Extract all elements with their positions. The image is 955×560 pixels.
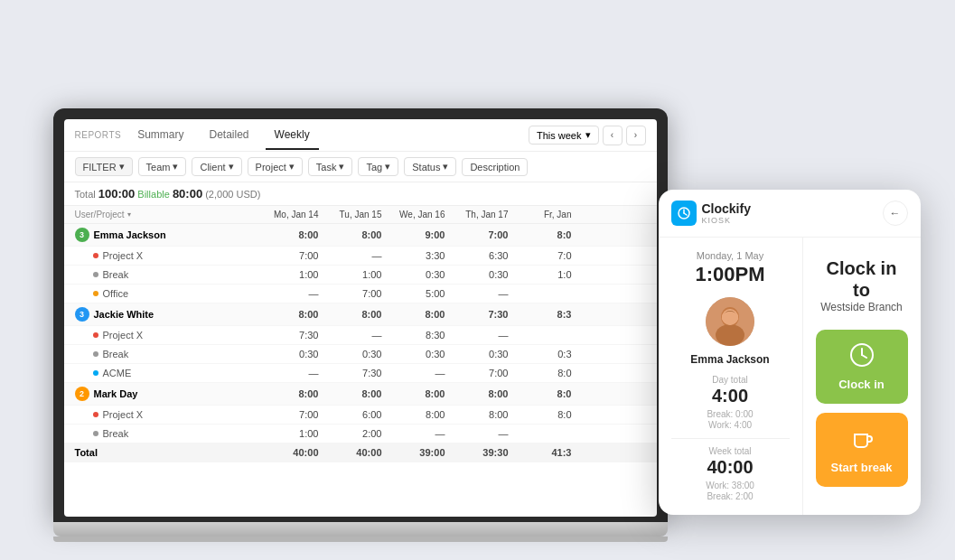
- start-break-label: Start break: [831, 461, 893, 474]
- table-row: 2 Mark Day 8:00 8:00 8:00 8:00 8:0: [64, 383, 657, 406]
- avatar-svg: [706, 297, 754, 346]
- clock-in-button[interactable]: Clock in: [816, 330, 908, 404]
- clockify-logo: Clockify KIOSK: [671, 201, 751, 226]
- clock-icon: [849, 342, 875, 372]
- reports-label: REPORTS: [75, 130, 122, 140]
- kiosk-time: 1:00PM: [695, 263, 764, 286]
- table-row: ACME — 7:30 — 7:00 8:0: [64, 364, 657, 383]
- day-total-value: 4:00: [671, 386, 790, 406]
- svg-line-2: [684, 213, 687, 215]
- kiosk-left-panel: Monday, 1 May 1:00PM Emma Jackson D: [659, 238, 803, 515]
- filter-button[interactable]: FILTER ▾: [75, 157, 133, 176]
- day-break-label: Break: 0:00: [671, 409, 790, 419]
- tab-detailed[interactable]: Detailed: [201, 121, 258, 150]
- clock-in-heading: Clock in to Westside Branch: [816, 250, 908, 321]
- table-row: Project X 7:00 — 3:30 6:30 7:0: [64, 247, 657, 266]
- col-thu: Th, Jan 17: [445, 210, 509, 219]
- col-wed: We, Jan 16: [382, 210, 445, 219]
- header-right: This week ▾ ‹ ›: [529, 126, 646, 145]
- cup-svg: [849, 425, 875, 451]
- cup-icon: [849, 425, 875, 455]
- total-label: Total: [75, 189, 98, 200]
- table-row: Office — 7:00 5:00 —: [64, 285, 657, 303]
- user-name-cell: 2 Mark Day: [75, 387, 256, 401]
- tag-filter[interactable]: Tag ▾: [358, 157, 398, 176]
- week-total-label: Week total: [671, 446, 790, 456]
- kiosk-tablet: Clockify KIOSK ← Monday, 1 May 1:00PM: [659, 190, 921, 515]
- kiosk-user-name: Emma Jackson: [690, 353, 769, 366]
- clock-svg: [849, 342, 875, 368]
- user-name-cell: 3 Jackie White: [75, 307, 256, 322]
- col-fri: Fr, Jan: [509, 210, 572, 219]
- day-total-label: Day total: [671, 375, 790, 385]
- table-body: 3 Emma Jackson 8:00 8:00 9:00 7:00 8:0 P…: [64, 224, 657, 517]
- user-name-cell: 3 Emma Jackson: [75, 228, 256, 242]
- billable-label: Billable: [137, 189, 173, 200]
- kiosk-date: Monday, 1 May: [697, 250, 763, 261]
- billable-value: 80:00: [173, 187, 202, 201]
- day-total-section: Day total 4:00 Break: 0:00 Work: 4:00: [671, 375, 790, 431]
- week-selector[interactable]: This week ▾: [529, 126, 599, 145]
- status-filter[interactable]: Status ▾: [404, 157, 456, 176]
- group-by[interactable]: User/Project ▾: [75, 210, 256, 219]
- scene: REPORTS Summary Detailed Weekly This wee…: [35, 18, 921, 542]
- total-value: 100:00: [98, 187, 135, 201]
- table-column-headers: User/Project ▾ Mo, Jan 14 Tu, Jan 15 We,…: [64, 206, 657, 224]
- logo-sub: KIOSK: [702, 216, 751, 225]
- table-row: 3 Jackie White 8:00 8:00 8:00 7:30 8:3: [64, 303, 657, 326]
- kiosk-body: Monday, 1 May 1:00PM Emma Jackson D: [659, 238, 921, 515]
- laptop: REPORTS Summary Detailed Weekly This wee…: [53, 108, 668, 542]
- tablet-header: Clockify KIOSK ←: [659, 190, 921, 238]
- client-filter[interactable]: Client ▾: [192, 157, 241, 176]
- week-work-label: Work: 38:00: [671, 481, 790, 490]
- clockify-logo-icon: [671, 201, 697, 226]
- project-filter[interactable]: Project ▾: [248, 157, 303, 176]
- laptop-foot: [53, 537, 668, 542]
- user-name: Jackie White: [94, 309, 154, 320]
- description-filter[interactable]: Description: [462, 158, 528, 176]
- nav-prev-button[interactable]: ‹: [603, 126, 623, 145]
- laptop-base: [53, 522, 668, 537]
- clock-in-title: Clock in to: [816, 257, 908, 301]
- app: REPORTS Summary Detailed Weekly This wee…: [64, 119, 657, 517]
- kiosk-right-panel: Clock in to Westside Branch Clock in: [803, 238, 921, 515]
- svg-line-9: [862, 355, 866, 358]
- back-button[interactable]: ←: [883, 201, 908, 226]
- col-tue: Tu, Jan 15: [319, 210, 382, 219]
- team-filter[interactable]: Team ▾: [138, 157, 187, 176]
- table-row: Break 1:00 2:00 — —: [64, 425, 657, 443]
- week-total-value: 40:00: [671, 457, 790, 478]
- user-name: Emma Jackson: [94, 229, 166, 240]
- user-badge: 2: [75, 387, 89, 401]
- billable-amount: (2,000 USD): [205, 189, 260, 200]
- col-mon: Mo, Jan 14: [256, 210, 319, 219]
- day-work-label: Work: 4:00: [671, 420, 790, 430]
- total-row: Total 40:00 40:00 39:00 39:30 41:3: [64, 443, 657, 462]
- tab-weekly[interactable]: Weekly: [266, 121, 319, 150]
- clock-in-branch: Westside Branch: [816, 301, 908, 313]
- week-break-label: Break: 2:00: [671, 491, 790, 501]
- toolbar: FILTER ▾ Team ▾ Client ▾ Project ▾ Task …: [64, 152, 657, 182]
- app-header: REPORTS Summary Detailed Weekly This wee…: [64, 119, 657, 152]
- laptop-screen-outer: REPORTS Summary Detailed Weekly This wee…: [53, 108, 668, 522]
- summary-bar: Total 100:00 Billable 80:00 (2,000 USD): [64, 182, 657, 206]
- clock-in-label: Clock in: [838, 378, 885, 391]
- week-total-section: Week total 40:00 Work: 38:00 Break: 2:00: [671, 438, 790, 502]
- table-row: 3 Emma Jackson 8:00 8:00 9:00 7:00 8:0: [64, 224, 657, 247]
- task-filter[interactable]: Task ▾: [308, 157, 353, 176]
- table-row: Break 0:30 0:30 0:30 0:30 0:3: [64, 345, 657, 364]
- start-break-button[interactable]: Start break: [816, 413, 908, 487]
- logo-name: Clockify: [702, 201, 751, 216]
- laptop-screen: REPORTS Summary Detailed Weekly This wee…: [64, 119, 657, 517]
- nav-next-button[interactable]: ›: [626, 126, 646, 145]
- tab-summary[interactable]: Summary: [128, 121, 192, 150]
- table-row: Project X 7:00 6:00 8:00 8:00 8:0: [64, 406, 657, 425]
- user-avatar: [706, 297, 754, 346]
- svg-point-5: [716, 324, 744, 346]
- logo-text-wrap: Clockify KIOSK: [702, 201, 751, 225]
- total-label-cell: Total: [75, 447, 256, 458]
- table-row: Project X 7:30 — 8:30 —: [64, 326, 657, 345]
- table-row: Break 1:00 1:00 0:30 0:30 1:0: [64, 266, 657, 285]
- user-badge: 3: [75, 228, 89, 242]
- user-badge: 3: [75, 307, 89, 322]
